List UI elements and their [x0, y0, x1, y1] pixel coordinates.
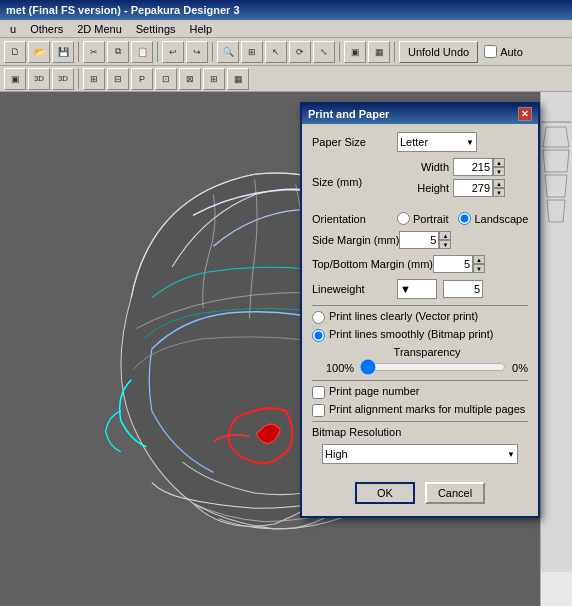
view2d-button[interactable]: ▦: [368, 41, 390, 63]
cancel-button[interactable]: Cancel: [425, 482, 485, 504]
sep5: [394, 42, 395, 62]
bitmap-res-dropdown[interactable]: High ▼: [322, 444, 518, 464]
zoom-button[interactable]: 🔍: [217, 41, 239, 63]
auto-checkbox[interactable]: [484, 45, 497, 58]
bitmap-res-dropdown-row: High ▼: [312, 444, 528, 468]
tool-g[interactable]: ▦: [227, 68, 249, 90]
height-spinbox[interactable]: 279 ▲ ▼: [453, 179, 505, 197]
topbottom-margin-label: Top/Bottom Margin (mm): [312, 258, 433, 270]
cut-button[interactable]: ✂: [83, 41, 105, 63]
width-down[interactable]: ▼: [493, 167, 505, 176]
height-label: Height: [407, 182, 449, 194]
vector-print-label: Print lines clearly (Vector print): [329, 310, 478, 322]
page-number-checkbox[interactable]: [312, 386, 325, 399]
toolbar-2: ▣ 3D 3D ⊞ ⊟ P ⊡ ⊠ ⊞ ▦: [0, 66, 572, 92]
portrait-option[interactable]: Portrait: [397, 212, 448, 225]
topbottom-margin-row: Top/Bottom Margin (mm) 5 ▲ ▼: [312, 255, 528, 273]
paste-button[interactable]: 📋: [131, 41, 153, 63]
tool-e[interactable]: ⊠: [179, 68, 201, 90]
side-margin-input[interactable]: 5: [399, 231, 439, 249]
menu-settings[interactable]: Settings: [130, 22, 182, 36]
alignment-marks-row: Print alignment marks for multiple pages: [312, 403, 528, 417]
undo-button[interactable]: ↩: [162, 41, 184, 63]
topbottom-down[interactable]: ▼: [473, 264, 485, 273]
landscape-label: Landscape: [474, 213, 528, 225]
view3d-button[interactable]: ▣: [344, 41, 366, 63]
landscape-option[interactable]: Landscape: [458, 212, 528, 225]
size-mm-row: Size (mm) Width 215 ▲ ▼ Height: [312, 158, 528, 206]
vector-print-row: Print lines clearly (Vector print): [312, 310, 528, 324]
tool-f[interactable]: ⊞: [203, 68, 225, 90]
open-button[interactable]: 📂: [28, 41, 50, 63]
toolbar-1: 🗋 📂 💾 ✂ ⧉ 📋 ↩ ↪ 🔍 ⊞ ↖ ⟳ ⤡ ▣ ▦ Unfold Und…: [0, 38, 572, 66]
bitmap-res-value: High: [325, 448, 348, 460]
width-spinbox[interactable]: 215 ▲ ▼: [453, 158, 505, 176]
main-area: Print and Paper ✕ Paper Size Letter ▼ Si…: [0, 92, 572, 606]
width-input[interactable]: 215: [453, 158, 493, 176]
paper-size-label: Paper Size: [312, 136, 397, 148]
height-up[interactable]: ▲: [493, 179, 505, 188]
landscape-radio[interactable]: [458, 212, 471, 225]
scale-button[interactable]: ⤡: [313, 41, 335, 63]
transparency-slider-container[interactable]: [360, 360, 506, 376]
divider3: [312, 421, 528, 422]
divider1: [312, 305, 528, 306]
lineweight-dropdown[interactable]: ▼: [397, 279, 437, 299]
menu-2d[interactable]: 2D Menu: [71, 22, 128, 36]
menu-help[interactable]: Help: [184, 22, 219, 36]
bitmap-res-label: Bitmap Resolution: [312, 426, 401, 438]
tool-b[interactable]: ⊟: [107, 68, 129, 90]
zoom2-button[interactable]: ⊞: [241, 41, 263, 63]
bitmap-res-arrow: ▼: [507, 450, 515, 459]
alignment-marks-checkbox[interactable]: [312, 404, 325, 417]
height-down[interactable]: ▼: [493, 188, 505, 197]
redo-button[interactable]: ↪: [186, 41, 208, 63]
3d-btn1[interactable]: 3D: [28, 68, 50, 90]
height-input[interactable]: 279: [453, 179, 493, 197]
rotate-button[interactable]: ⟳: [289, 41, 311, 63]
portrait-radio[interactable]: [397, 212, 410, 225]
size-grid: Width 215 ▲ ▼ Height 279: [407, 158, 505, 200]
auto-checkbox-row: Auto: [484, 45, 523, 58]
auto-label: Auto: [500, 46, 523, 58]
side-margin-spinbuttons: ▲ ▼: [439, 231, 451, 249]
arrow-button[interactable]: ↖: [265, 41, 287, 63]
ok-button[interactable]: OK: [355, 482, 415, 504]
dialog-button-row: OK Cancel: [312, 476, 528, 508]
select-button[interactable]: ▣: [4, 68, 26, 90]
height-spinbuttons: ▲ ▼: [493, 179, 505, 197]
lineweight-spinbox[interactable]: 5: [443, 280, 483, 298]
lineweight-input[interactable]: 5: [443, 280, 483, 298]
topbottom-margin-input[interactable]: 5: [433, 255, 473, 273]
3d-btn2[interactable]: 3D: [52, 68, 74, 90]
topbottom-margin-spinbuttons: ▲ ▼: [473, 255, 485, 273]
unfold-undo-button[interactable]: Unfold Undo: [399, 41, 478, 63]
height-row: Height 279 ▲ ▼: [407, 179, 505, 197]
bitmap-radio[interactable]: [312, 329, 325, 342]
page-number-label: Print page number: [329, 385, 420, 397]
orientation-row: Orientation Portrait Landscape: [312, 212, 528, 225]
new-button[interactable]: 🗋: [4, 41, 26, 63]
copy-button[interactable]: ⧉: [107, 41, 129, 63]
paper-size-dropdown[interactable]: Letter ▼: [397, 132, 477, 152]
dialog-close-button[interactable]: ✕: [518, 107, 532, 121]
tool-d[interactable]: ⊡: [155, 68, 177, 90]
side-margin-up[interactable]: ▲: [439, 231, 451, 240]
bitmap-print-row: Print lines smoothly (Bitmap print): [312, 328, 528, 342]
save-button[interactable]: 💾: [52, 41, 74, 63]
transparency-slider[interactable]: [360, 360, 506, 374]
width-up[interactable]: ▲: [493, 158, 505, 167]
menu-u[interactable]: u: [4, 22, 22, 36]
tool-a[interactable]: ⊞: [83, 68, 105, 90]
title-text: met (Final FS version) - Pepakura Design…: [6, 4, 240, 16]
topbottom-up[interactable]: ▲: [473, 255, 485, 264]
right-panels: [540, 92, 572, 606]
tool-c[interactable]: P: [131, 68, 153, 90]
side-margin-label: Side Margin (mm): [312, 234, 399, 246]
side-margin-spinbox[interactable]: 5 ▲ ▼: [399, 231, 451, 249]
side-margin-down[interactable]: ▼: [439, 240, 451, 249]
menu-bar: u Others 2D Menu Settings Help: [0, 20, 572, 38]
menu-others[interactable]: Others: [24, 22, 69, 36]
topbottom-margin-spinbox[interactable]: 5 ▲ ▼: [433, 255, 485, 273]
vector-radio[interactable]: [312, 311, 325, 324]
